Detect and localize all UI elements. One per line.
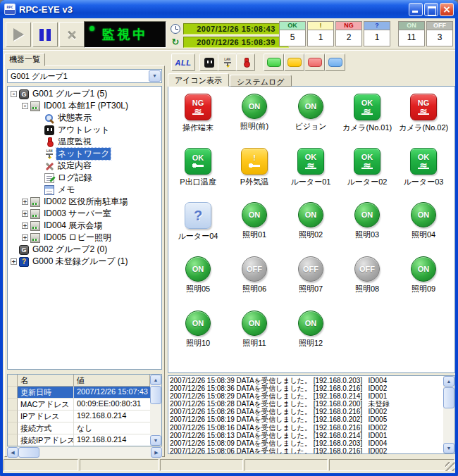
tree-expander[interactable]: + (22, 234, 28, 241)
status-badge[interactable]: ON (242, 202, 267, 227)
scroll-down-icon[interactable]: ▼ (443, 443, 454, 453)
device-status-icon[interactable]: ON 照明10 (170, 311, 226, 365)
device-status-icon[interactable]: ON 照明05 (170, 256, 226, 311)
status-badge[interactable]: OK (354, 148, 380, 175)
chevron-down-icon[interactable]: ▼ (149, 70, 161, 82)
status-badge[interactable]: ON (298, 202, 323, 227)
scrollbar-thumb[interactable] (443, 387, 454, 408)
yellow-status-filter-button[interactable] (284, 54, 304, 71)
tree-item[interactable]: - G001 グループ1 (5) (8, 88, 161, 100)
tree-item-label[interactable]: ID005 ロビー照明 (42, 232, 113, 244)
device-status-icon[interactable]: ON 照明02 (283, 202, 339, 256)
minimize-button[interactable] (409, 3, 423, 16)
right-panel-tab[interactable]: アイコン表示 (168, 73, 229, 87)
tree-expander[interactable]: + (22, 211, 28, 217)
title-bar[interactable]: RPC-EYE v3 (0, 0, 458, 18)
tree-expander[interactable]: + (22, 223, 28, 229)
status-badge[interactable]: ON (411, 202, 436, 227)
device-status-icon[interactable]: ON 照明01 (226, 202, 283, 256)
tree-item[interactable]: + ID003 サーバー室 (8, 208, 161, 220)
tree-item-label[interactable]: ログ記録 (56, 172, 94, 184)
tree-item-label[interactable]: ID002 区役所南駐車場 (42, 196, 129, 208)
start-monitoring-button[interactable] (6, 22, 31, 47)
tree-item[interactable]: アウトレット (8, 124, 161, 136)
status-badge[interactable]: OFF (298, 256, 323, 282)
tree-item[interactable]: 状態表示 (8, 112, 161, 124)
all-devices-button[interactable]: ALL (171, 54, 195, 71)
device-tree[interactable]: - G001 グループ1 (5) - ID001 本館1F (PT30L) 状態… (7, 86, 162, 370)
tree-item-label[interactable]: ID003 サーバー室 (42, 208, 113, 220)
device-status-icon[interactable]: OK ルーター03 (395, 148, 452, 202)
scroll-down-icon[interactable]: ▼ (150, 435, 161, 446)
status-badge[interactable]: ? (185, 202, 211, 229)
property-row[interactable]: 接続方式 なし (8, 422, 151, 434)
column-header-name[interactable]: 名 (18, 375, 74, 387)
tree-item-label[interactable]: 設定内容 (56, 160, 93, 172)
status-badge[interactable]: ON (354, 202, 380, 227)
log-vertical-scrollbar[interactable]: ▲ ▼ (443, 376, 454, 453)
property-row[interactable]: 接続IPアドレス 192.168.0.214 (8, 434, 151, 446)
tree-expander[interactable]: + (11, 258, 17, 265)
device-status-icon[interactable]: ON 照明03 (339, 202, 395, 256)
device-status-icon[interactable]: ON 照明04 (395, 202, 452, 256)
status-badge[interactable]: OK (185, 148, 211, 175)
pause-monitoring-button[interactable] (32, 22, 58, 47)
property-horizontal-scrollbar[interactable]: ◀ ▶ (7, 447, 162, 458)
device-status-icon[interactable]: ON 照明09 (395, 256, 452, 311)
device-status-icon[interactable]: ON 照明(前) (226, 94, 283, 148)
tree-item-label[interactable]: 状態表示 (56, 112, 93, 124)
device-status-icon[interactable]: ? ルーター04 (170, 202, 226, 256)
tree-item[interactable]: メモ (8, 184, 161, 196)
tree-item[interactable]: ネットワーク (8, 148, 161, 160)
maximize-button[interactable] (424, 3, 438, 16)
status-badge[interactable]: ON (411, 256, 436, 282)
tree-item[interactable]: + ID004 展示会場 (8, 220, 161, 232)
tree-expander[interactable]: + (22, 199, 28, 205)
tree-item[interactable]: 設定内容 (8, 160, 161, 172)
device-status-icon[interactable]: ON 照明11 (226, 311, 283, 365)
status-badge[interactable]: NG (410, 94, 437, 120)
device-status-icon[interactable]: NG 操作端末 (170, 94, 226, 148)
tree-item[interactable]: + G000 未登録グループ (1) (8, 256, 161, 268)
device-status-icon[interactable]: OK ルーター01 (283, 148, 339, 202)
scroll-right-icon[interactable]: ▶ (151, 447, 162, 458)
tree-item-label[interactable]: メモ (56, 184, 77, 196)
status-badge[interactable]: ON (185, 311, 211, 336)
scrollbar-thumb[interactable] (18, 447, 39, 458)
device-status-icon[interactable]: ! P外気温 (226, 148, 283, 202)
status-badge[interactable]: OK (410, 148, 437, 175)
close-button[interactable] (440, 3, 454, 16)
device-status-icon[interactable]: OFF 照明07 (283, 256, 339, 311)
status-badge[interactable]: OK (354, 94, 380, 120)
scroll-up-icon[interactable]: ▲ (443, 376, 454, 387)
device-status-icon[interactable]: OFF 照明08 (339, 256, 395, 311)
status-badge[interactable]: OFF (242, 256, 267, 282)
blue-status-filter-button[interactable] (325, 54, 345, 71)
status-badge[interactable]: ON (185, 256, 211, 282)
tree-expander[interactable]: - (11, 91, 17, 97)
scroll-up-icon[interactable]: ▲ (150, 375, 161, 385)
property-row[interactable]: IPアドレス 192.168.0.214 (8, 411, 151, 422)
status-badge[interactable]: ON (298, 94, 323, 119)
right-panel-tab[interactable]: システムログ (230, 75, 292, 87)
group-select[interactable]: G001 グループ1 ▼ (7, 69, 162, 83)
tree-item[interactable]: G002 グループ2 (0) (8, 244, 161, 256)
status-badge[interactable]: NG (185, 94, 211, 120)
tree-item-label[interactable]: アウトレット (56, 124, 111, 136)
tree-item[interactable]: - ID001 本館1F (PT30L) (8, 100, 161, 112)
tree-item[interactable]: 温度監視 (8, 136, 161, 148)
tree-item[interactable]: + ID005 ロビー照明 (8, 232, 161, 244)
tab-device-list[interactable]: 機器一覧 (4, 53, 45, 66)
tree-item[interactable]: + ID002 区役所南駐車場 (8, 196, 161, 208)
device-status-icon[interactable]: OK P出口温度 (170, 148, 226, 202)
tree-item-label[interactable]: G001 グループ1 (5) (31, 88, 109, 100)
device-status-icon[interactable]: ON ビジョン (283, 94, 339, 148)
status-badge[interactable]: ON (242, 94, 267, 119)
device-status-icon[interactable]: OK ルーター02 (339, 148, 395, 202)
tree-item-label[interactable]: G000 未登録グループ (1) (31, 256, 130, 268)
property-vertical-scrollbar[interactable]: ▲ ▼ (150, 375, 161, 446)
property-row[interactable]: 更新日時 2007/12/26 15:07:43 (8, 387, 151, 399)
red-status-filter-button[interactable] (304, 54, 325, 71)
tree-item-label[interactable]: ネットワーク (56, 148, 111, 160)
device-status-icon[interactable]: OFF 照明06 (226, 256, 283, 311)
